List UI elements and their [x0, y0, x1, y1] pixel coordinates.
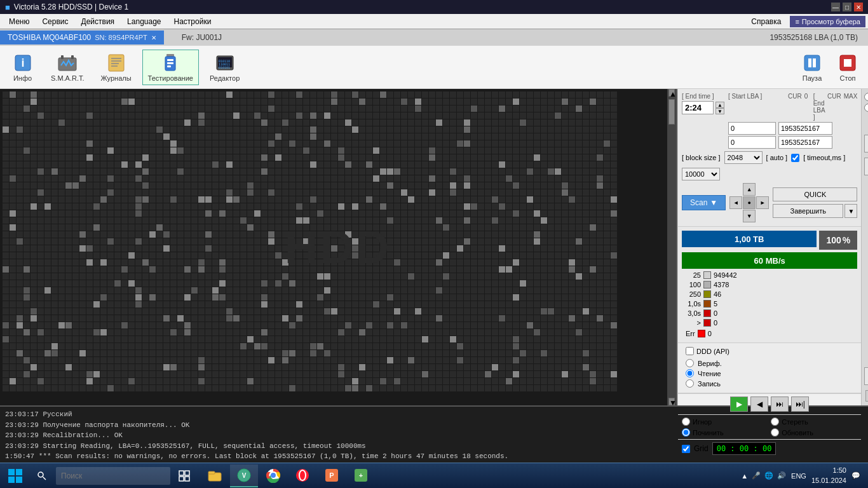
recall-button[interactable]: Recall	[864, 158, 868, 175]
quick-button[interactable]: QUICK	[773, 187, 857, 201]
taskbar-explorer-app[interactable]	[201, 464, 229, 487]
svg-rect-12	[167, 59, 173, 61]
finish-button[interactable]: Завершить	[773, 204, 843, 218]
pause-button[interactable]: Пауза	[797, 50, 827, 85]
nav-center-button[interactable]: ●	[743, 196, 756, 209]
start-lba-input-2[interactable]	[728, 136, 776, 149]
auto-checkbox[interactable]	[791, 154, 799, 162]
tab-close-button[interactable]: ✕	[151, 34, 156, 41]
menu-language[interactable]: Language	[121, 16, 167, 27]
err-row: Err 0	[682, 329, 857, 339]
test-icon	[160, 53, 180, 73]
minimize-button[interactable]: —	[831, 3, 840, 11]
end-button[interactable]: ⏭|	[791, 396, 809, 412]
device-tab[interactable]: TOSHIBA MQ04ABF100 SN: 89S4PR4PT ✕	[0, 30, 164, 44]
menu-actions[interactable]: Действия	[75, 16, 121, 27]
taskbar-app5[interactable]: P	[318, 464, 346, 487]
api-radio[interactable]	[864, 93, 868, 101]
svg-rect-20	[804, 55, 820, 71]
small-btn-1[interactable]: ··	[865, 390, 868, 402]
log-text-2: Получение паспорта накопителя... OK	[43, 421, 189, 429]
ddd-checkbox[interactable]	[686, 347, 694, 355]
time-up-button[interactable]: ▲	[715, 102, 724, 108]
verif-radio-row: Вериф.	[686, 359, 853, 367]
scrollbar-vertical[interactable]: ▲ ▼	[667, 89, 676, 405]
menu-help[interactable]: Справка	[745, 16, 787, 27]
info-icon: i	[13, 53, 33, 73]
task-view-button[interactable]	[173, 464, 196, 487]
nav-up-button[interactable]: ▲	[743, 183, 756, 196]
end-lba-input-2[interactable]	[778, 136, 832, 149]
fix-radio[interactable]	[682, 428, 690, 437]
scroll-down-arrow[interactable]: ▼	[668, 398, 675, 405]
action-options: Игнор Стереть Починить Обновить	[678, 415, 861, 439]
end-lba-input-1[interactable]	[778, 122, 832, 135]
grid-checkbox[interactable]	[682, 445, 690, 453]
taskbar-victoria-app[interactable]: V	[230, 464, 258, 487]
pio-radio[interactable]	[864, 104, 868, 112]
ignore-radio-row: Игнор	[682, 417, 768, 426]
lang-indicator[interactable]: ENG	[791, 472, 806, 480]
taskbar-opera-app[interactable]	[288, 464, 316, 487]
erase-radio-row: Стереть	[771, 417, 857, 426]
search-input[interactable]	[56, 467, 170, 485]
finish-dropdown-button[interactable]: ▼	[844, 204, 857, 218]
grid-row: Grid 00 : 00 : 00	[678, 439, 861, 458]
play-button[interactable]: ▶	[730, 396, 748, 412]
scroll-thumb[interactable]	[668, 99, 675, 125]
stat-label-250: 250	[682, 290, 701, 298]
close-button[interactable]: ✕	[854, 3, 863, 11]
maximize-button[interactable]: □	[843, 3, 851, 11]
small-btns: ·· ··	[865, 390, 868, 402]
scan-btn-row: Scan ▼ ▲ ◄ ● ► ▼	[682, 183, 857, 222]
stop-button[interactable]: Стоп	[832, 50, 863, 85]
stat-color-gt	[703, 319, 711, 327]
svg-text:010101: 010101	[219, 65, 230, 69]
nav-left-button[interactable]: ◄	[729, 196, 742, 209]
toolbar-smart-button[interactable]: S.M.A.R.T.	[45, 50, 90, 85]
timeout-select[interactable]: 10000	[682, 168, 720, 180]
step-fwd-button[interactable]: ⏭	[771, 396, 789, 412]
start-lba-input[interactable]	[728, 122, 776, 135]
scan-button[interactable]: Scan ▼	[682, 195, 726, 210]
passp-button[interactable]: Passp	[864, 367, 868, 385]
taskbar-chrome-app[interactable]	[259, 464, 287, 487]
block-size-select[interactable]: 2048	[724, 151, 763, 164]
ignore-radio[interactable]	[682, 417, 690, 426]
search-icon-btn[interactable]	[31, 464, 53, 487]
toolbar-editor-button[interactable]: 010110 110011 010101 Редактор	[204, 50, 245, 85]
menu-menu[interactable]: Меню	[3, 16, 36, 27]
toolbar-info-button[interactable]: i Инфо	[5, 50, 40, 85]
nav-right-button[interactable]: ►	[756, 196, 769, 209]
toolbar-test-button[interactable]: Тестирование	[142, 50, 199, 85]
playback-controls: ▶ ◀ ⏭ ⏭|	[678, 393, 861, 415]
update-radio[interactable]	[771, 428, 779, 437]
toolbar-journals-button[interactable]: Журналы	[95, 50, 137, 85]
window-controls: — □ ✕	[831, 3, 863, 11]
svg-rect-14	[167, 65, 171, 67]
scroll-up-arrow[interactable]: ▲	[668, 89, 675, 97]
step-back-button[interactable]: ◀	[750, 396, 768, 412]
notifications-icon[interactable]: 💬	[851, 471, 860, 480]
nav-down-button[interactable]: ▼	[743, 210, 756, 222]
taskbar-app6[interactable]: +	[347, 464, 375, 487]
menu-settings[interactable]: Настройки	[168, 16, 218, 27]
end-lba-header: [ End LBA ]	[813, 93, 825, 121]
network-icon[interactable]: 🌐	[764, 471, 773, 480]
time-input[interactable]	[682, 101, 714, 114]
write-radio[interactable]	[686, 379, 694, 388]
verif-radio[interactable]	[686, 359, 694, 367]
read-radio[interactable]	[686, 369, 694, 377]
time-down-button[interactable]: ▼	[715, 108, 724, 114]
menu-service[interactable]: Сервис	[36, 16, 74, 27]
volume-icon[interactable]: 🔊	[777, 471, 786, 480]
chevron-up-icon[interactable]: ▲	[741, 472, 748, 480]
taskbar-clock[interactable]: 1:50 15.01.2024	[811, 466, 846, 485]
erase-radio[interactable]	[771, 417, 779, 426]
sleep-button[interactable]: Sleep	[864, 135, 868, 152]
hdd-scan-area: HDD ▲ ▼	[0, 89, 677, 405]
svg-rect-13	[167, 62, 173, 64]
end-time-section: [ End time ] ▲ ▼	[682, 93, 724, 114]
buffer-view-button[interactable]: ≡ Просмотр буфера	[790, 16, 865, 27]
start-button[interactable]	[3, 464, 28, 487]
